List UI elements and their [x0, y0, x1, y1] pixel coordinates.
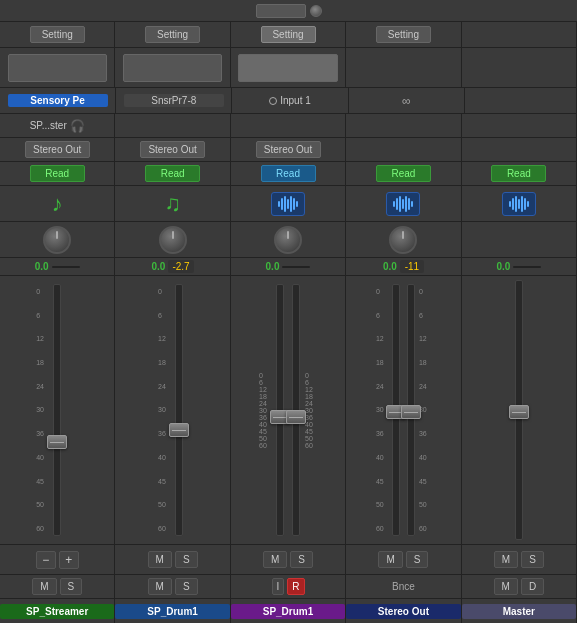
instrument-cell-5: [465, 88, 577, 113]
pan-knob-2[interactable]: [159, 226, 187, 254]
waveform-icon-2[interactable]: [386, 192, 420, 216]
music-icon-1[interactable]: ♪: [52, 191, 63, 217]
sp-ster-label: SP...ster: [30, 120, 67, 131]
icon-cell-4: [346, 186, 461, 221]
read-button-3[interactable]: Read: [261, 165, 316, 182]
channel-label-1[interactable]: SP_Streamer: [0, 604, 114, 619]
bctrl2-cell-3: I R: [231, 575, 346, 598]
pan-val-3b: [282, 266, 310, 268]
master-knob[interactable]: [310, 5, 322, 17]
panval-row: 0.0 0.0 -2.7 0.0 0.0 -11 0.0: [0, 258, 577, 276]
channel-label-2[interactable]: SP_Drum1: [115, 604, 229, 619]
input-dot: [269, 97, 277, 105]
fader-handle-5[interactable]: [509, 405, 529, 419]
solo-button-2[interactable]: S: [290, 551, 313, 568]
mute-button-1[interactable]: M: [148, 551, 172, 568]
solo-button-4[interactable]: S: [521, 551, 544, 568]
channel-label-5[interactable]: Master: [462, 604, 576, 619]
fader-handle-3b[interactable]: [286, 410, 306, 424]
plugin-slot-1[interactable]: [8, 54, 107, 82]
bottom-ctrl-cell-1: − +: [0, 545, 115, 574]
pan-val-1b: [52, 266, 80, 268]
setting-cell-2: Setting: [115, 22, 230, 47]
monitor-cell-5: [462, 114, 577, 137]
read-cell-1: Read: [0, 162, 115, 185]
waveform-icon-3[interactable]: [502, 192, 536, 216]
read-cell-4: Read: [346, 162, 461, 185]
record-button[interactable]: R: [287, 578, 304, 595]
solo-button-3[interactable]: S: [406, 551, 429, 568]
monitor-cell-1: SP...ster 🎧: [0, 114, 115, 137]
pan-val-5a: 0.0: [496, 261, 510, 272]
mute-button-2[interactable]: M: [263, 551, 287, 568]
pan-cell-3: [231, 222, 346, 257]
input-button[interactable]: I: [272, 578, 285, 595]
bctrl2-cell-5: M D: [462, 575, 577, 598]
read-button-1[interactable]: Read: [30, 165, 85, 182]
output-button-2[interactable]: Stereo Out: [140, 141, 205, 158]
mute-button-3[interactable]: M: [378, 551, 402, 568]
output-button-3[interactable]: Stereo Out: [256, 141, 321, 158]
bctrl2-cell-4: Bnce: [346, 575, 461, 598]
read-button-2[interactable]: Read: [145, 165, 200, 182]
plugin-slot-3[interactable]: [238, 54, 337, 82]
channel-label-3[interactable]: SP_Drum1: [231, 604, 345, 619]
fader-handle-1[interactable]: [47, 435, 67, 449]
monitor-cell-4: [346, 114, 461, 137]
bounce-label: Bnce: [392, 581, 415, 592]
channel-name-1[interactable]: Sensory Pe: [8, 94, 108, 107]
panval-cell-5: 0.0: [462, 258, 577, 275]
channel-label-4[interactable]: Stereo Out: [346, 604, 460, 619]
solo-button-ch2[interactable]: S: [175, 578, 198, 595]
fader-handle-2[interactable]: [169, 423, 189, 437]
solo-button-ch1[interactable]: S: [60, 578, 83, 595]
instrument-cell-3: Input 1: [232, 88, 348, 113]
pan-val-4b: -11: [400, 260, 424, 273]
pan-knob-1[interactable]: [43, 226, 71, 254]
pan-cell-1: [0, 222, 115, 257]
channel-label-cell-1: SP_Streamer: [0, 599, 115, 623]
mute-button-4[interactable]: M: [494, 551, 518, 568]
plus-button[interactable]: +: [59, 551, 79, 569]
pan-val-5b: [513, 266, 541, 268]
channel-label-cell-3: SP_Drum1: [231, 599, 346, 623]
pan-cell-4: [346, 222, 461, 257]
read-button-4[interactable]: Read: [376, 165, 431, 182]
bottom-ctrl-cell-4: M S: [346, 545, 461, 574]
fader-cell-5: [462, 276, 577, 544]
channel-name-2[interactable]: SnsrPr7-8: [124, 94, 224, 107]
input-label-3: Input 1: [269, 95, 311, 106]
setting-button-2[interactable]: Setting: [145, 26, 200, 43]
plugin-slot-2[interactable]: [123, 54, 222, 82]
pan-knob-4[interactable]: [389, 226, 417, 254]
plugin-cell-5: [462, 48, 577, 87]
monitor-cell-3: [231, 114, 346, 137]
read-button-5[interactable]: Read: [491, 165, 546, 182]
instrument-row: Sensory Pe SnsrPr7-8 Input 1 ∞: [0, 88, 577, 114]
mute-button-master[interactable]: M: [494, 578, 518, 595]
output-button-1[interactable]: Stereo Out: [25, 141, 90, 158]
monitor-cell-2: [115, 114, 230, 137]
fader-cell-3: 0 6 12 18 24 30 36 40 45 50 60: [231, 276, 346, 544]
mute-button-ch2[interactable]: M: [148, 578, 172, 595]
pan-knob-3[interactable]: [274, 226, 302, 254]
bottom-controls-row-2: M S M S I R Bnce M D: [0, 575, 577, 599]
plugin-cell-3: [231, 48, 346, 87]
icon-row: ♪ ♫: [0, 186, 577, 222]
read-cell-3: Read: [231, 162, 346, 185]
output-row: Stereo Out Stereo Out Stereo Out: [0, 138, 577, 162]
music-icon-2[interactable]: ♫: [164, 191, 181, 217]
minus-button[interactable]: −: [36, 551, 56, 569]
pan-val-4a: 0.0: [383, 261, 397, 272]
channel-label-cell-4: Stereo Out: [346, 599, 461, 623]
solo-button-1[interactable]: S: [175, 551, 198, 568]
d-button-master[interactable]: D: [521, 578, 544, 595]
setting-button-3[interactable]: Setting: [261, 26, 316, 43]
output-cell-5: [462, 138, 577, 161]
mute-button-ch1[interactable]: M: [32, 578, 56, 595]
fader-handle-4b[interactable]: [401, 405, 421, 419]
setting-button-4[interactable]: Setting: [376, 26, 431, 43]
waveform-icon-1[interactable]: [271, 192, 305, 216]
bctrl2-cell-2: M S: [115, 575, 230, 598]
setting-button-1[interactable]: Setting: [30, 26, 85, 43]
